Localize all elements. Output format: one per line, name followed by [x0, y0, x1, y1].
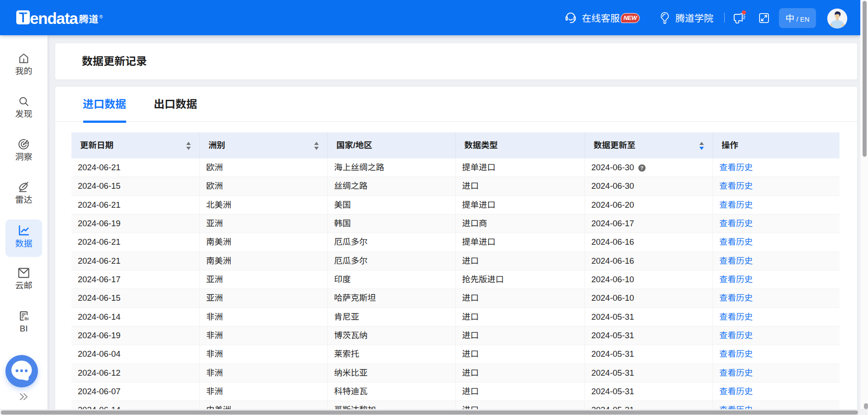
svg-text:BI: BI [24, 317, 28, 321]
